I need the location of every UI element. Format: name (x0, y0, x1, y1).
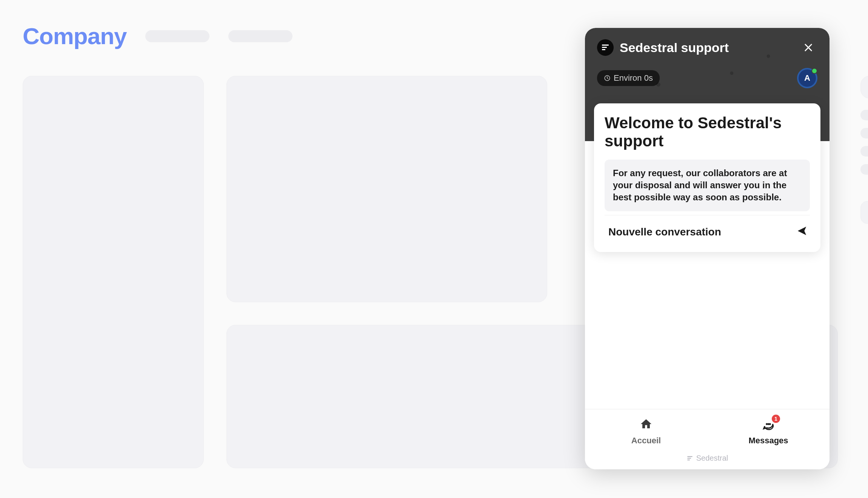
svg-point-4 (766, 424, 767, 424)
nav-home-label: Accueil (631, 436, 661, 446)
right-button-placeholder (860, 201, 868, 224)
response-time-badge: Environ 0s (597, 70, 660, 86)
chat-footer-brand-label: Sedestral (696, 454, 728, 463)
svg-rect-9 (687, 460, 690, 460)
placeholder-bar (860, 110, 868, 120)
left-column (23, 76, 204, 468)
new-conversation-button[interactable]: Nouvelle conversation (605, 215, 810, 241)
brand-footer-icon (686, 455, 693, 462)
nav-messages-label: Messages (748, 436, 788, 446)
send-icon (796, 225, 808, 239)
placeholder-bar (860, 164, 868, 175)
chat-brand: Sedestral support (597, 39, 729, 56)
sidebar-card-placeholder (23, 76, 204, 468)
online-status-indicator (811, 68, 817, 74)
chat-footer-brand[interactable]: Sedestral (585, 451, 830, 469)
welcome-title: Welcome to Sedestral's support (605, 114, 810, 151)
agent-avatar: A (797, 68, 817, 88)
chat-bubble-icon: 1 (762, 418, 775, 433)
welcome-description: For any request, our collaborators are a… (605, 160, 810, 211)
avatar-initial: A (804, 73, 810, 83)
response-time-text: Environ 0s (614, 73, 653, 83)
svg-rect-8 (687, 458, 691, 458)
support-chat-widget: Sedestral support Environ 0s A (585, 28, 830, 469)
main-card-placeholder-top (226, 76, 547, 302)
page-title: Company (23, 23, 126, 49)
svg-rect-2 (602, 49, 605, 50)
nav-messages[interactable]: 1 Messages (707, 409, 830, 451)
chat-bottom-nav: Accueil 1 Messages (585, 409, 830, 451)
chat-body-spacer (585, 252, 830, 409)
header-placeholder-2 (228, 30, 292, 42)
welcome-card: Welcome to Sedestral's support For any r… (594, 103, 820, 252)
placeholder-bar (860, 146, 868, 157)
brand-logo-icon (597, 39, 614, 56)
placeholder-bar (860, 128, 868, 138)
svg-point-6 (770, 424, 770, 424)
close-icon (803, 42, 814, 53)
close-button[interactable] (799, 38, 817, 57)
right-card-placeholder (860, 76, 868, 98)
right-bars-group (860, 110, 868, 175)
new-conversation-label: Nouvelle conversation (608, 226, 721, 238)
svg-rect-7 (687, 456, 693, 457)
right-column (860, 76, 868, 468)
clock-icon (604, 75, 611, 81)
svg-point-5 (768, 424, 769, 424)
svg-rect-1 (602, 47, 607, 48)
home-icon (640, 418, 653, 433)
chat-title: Sedestral support (620, 40, 729, 55)
nav-home[interactable]: Accueil (585, 409, 707, 451)
svg-rect-0 (602, 45, 609, 46)
messages-badge: 1 (772, 415, 780, 423)
header-placeholder-1 (145, 30, 209, 42)
